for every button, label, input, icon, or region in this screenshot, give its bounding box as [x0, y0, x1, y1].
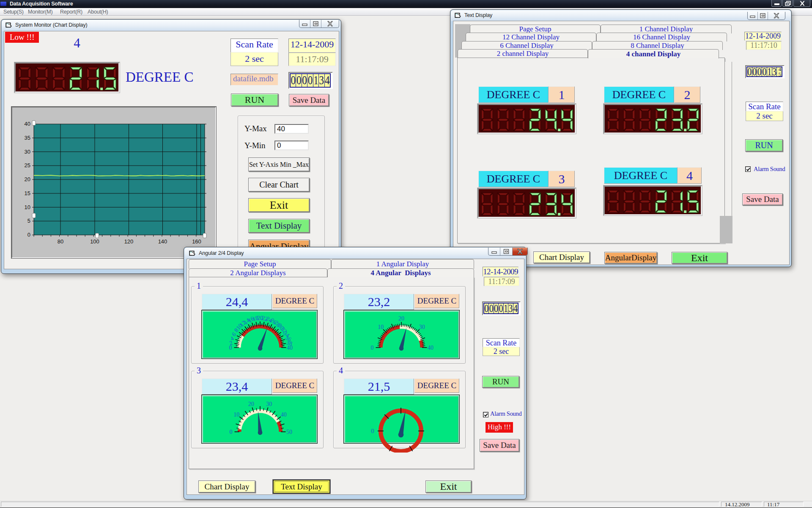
svg-text:5: 5: [27, 218, 30, 224]
svg-text:50: 50: [286, 429, 292, 435]
svg-text:20: 20: [248, 401, 254, 407]
svg-text:0: 0: [27, 232, 30, 238]
svg-text:0: 0: [371, 345, 374, 351]
svg-text:35: 35: [25, 135, 30, 141]
svg-text:40: 40: [287, 345, 293, 351]
svg-text:20: 20: [398, 315, 404, 322]
svg-text:0: 0: [230, 429, 233, 435]
svg-text:10: 10: [378, 324, 384, 330]
svg-text:140: 140: [158, 238, 167, 245]
svg-text:100: 100: [90, 238, 99, 245]
svg-text:80: 80: [58, 238, 63, 245]
svg-text:160: 160: [192, 238, 201, 245]
svg-text:0: 0: [371, 428, 374, 434]
svg-text:30: 30: [266, 401, 272, 407]
svg-text:25: 25: [25, 162, 30, 168]
svg-text:40: 40: [25, 121, 30, 127]
svg-text:10: 10: [25, 204, 30, 210]
svg-text:40: 40: [281, 411, 287, 418]
svg-text:30: 30: [25, 149, 30, 155]
svg-text:120: 120: [124, 238, 134, 245]
svg-text:15: 15: [25, 190, 30, 196]
svg-text:20: 20: [25, 176, 30, 182]
svg-text:30: 30: [419, 324, 425, 330]
svg-text:40: 40: [428, 345, 433, 351]
svg-text:10: 10: [233, 411, 239, 418]
